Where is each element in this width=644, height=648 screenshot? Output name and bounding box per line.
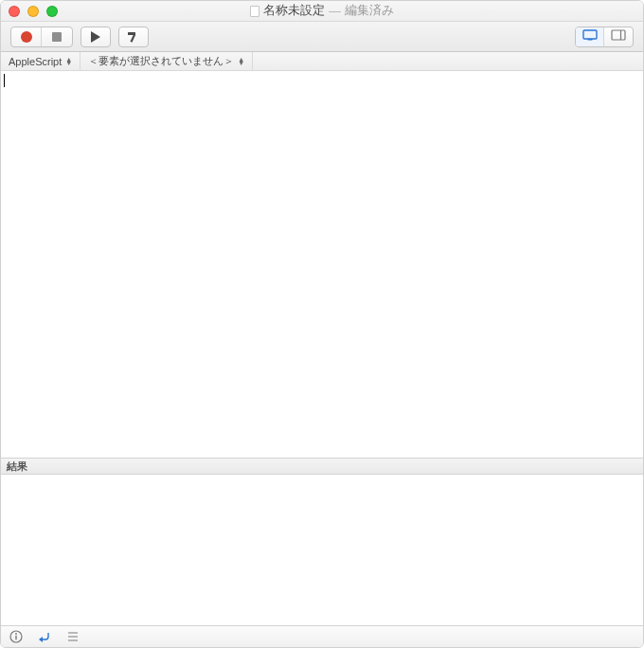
svg-rect-2 [130,33,135,42]
view-mode-group [575,27,634,47]
language-selector[interactable]: AppleScript ▲▼ [1,52,80,70]
stop-button[interactable] [42,27,72,46]
results-area[interactable] [1,475,643,626]
svg-rect-3 [583,30,597,39]
record-stop-group [10,27,73,47]
language-label: AppleScript [9,56,62,67]
script-editor-area[interactable] [1,71,643,458]
svg-marker-0 [91,31,100,43]
navigation-bar: AppleScript ▲▼ ＜要素が選択されていません＞ ▲▼ [1,52,643,71]
run-button[interactable] [80,27,111,47]
svg-rect-9 [15,636,16,640]
zoom-window-button[interactable] [46,6,58,17]
script-editor-window: 名称未設定 — 編集済み [0,0,644,648]
display-icon [582,29,598,44]
result-tab-button[interactable] [37,629,52,644]
document-proxy-icon [250,6,259,17]
document-title[interactable]: 名称未設定 [263,3,325,19]
reply-arrow-icon [38,630,51,643]
info-icon [9,630,23,643]
toolbar [1,22,643,52]
close-window-button[interactable] [9,6,20,17]
status-bar [1,626,643,647]
text-caret [4,74,5,87]
svg-point-8 [15,633,17,635]
chevron-updown-icon: ▲▼ [238,58,244,65]
view-accessory-button[interactable] [604,27,633,46]
log-tab-button[interactable] [65,629,80,644]
list-icon [67,631,79,642]
chevron-updown-icon: ▲▼ [65,58,72,65]
record-icon [21,31,32,43]
results-header-label: 結果 [7,459,27,474]
window-title: 名称未設定 — 編集済み [1,3,643,19]
document-edited-label: 編集済み [345,3,394,19]
play-icon [91,31,100,43]
svg-rect-5 [612,30,625,40]
element-selector[interactable]: ＜要素が選択されていません＞ ▲▼ [80,52,253,70]
title-separator: — [329,5,341,18]
stop-icon [52,32,62,42]
element-selector-label: ＜要素が選択されていません＞ [88,54,234,68]
panel-icon [611,29,626,44]
minimize-window-button[interactable] [27,6,39,17]
record-button[interactable] [11,27,42,46]
results-header[interactable]: 結果 [1,458,643,475]
svg-marker-10 [39,637,43,642]
compile-button[interactable] [118,27,149,47]
hammer-icon [127,30,140,44]
description-tab-button[interactable] [9,629,24,644]
svg-rect-4 [587,39,592,41]
view-standard-button[interactable] [576,27,604,46]
titlebar[interactable]: 名称未設定 — 編集済み [1,1,643,22]
window-controls [9,6,58,17]
